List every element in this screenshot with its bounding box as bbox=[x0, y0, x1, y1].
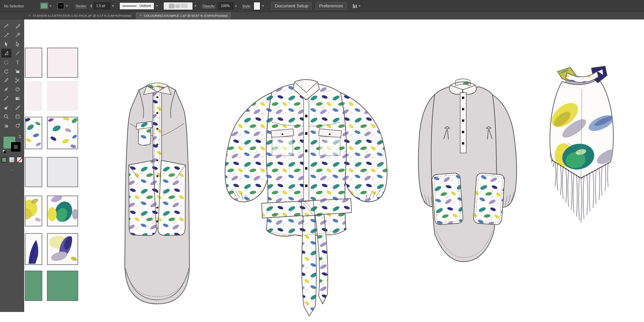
gradient-tool[interactable] bbox=[13, 94, 23, 103]
control-bar: No Selection Stroke: 1.5 pt Uniform bbox=[0, 0, 644, 12]
uniform-profile-icon bbox=[122, 6, 137, 6]
swatch-grey-texture[interactable] bbox=[47, 157, 78, 187]
stroke-panel-link[interactable]: Stroke: bbox=[76, 4, 87, 8]
measure-tool[interactable] bbox=[1, 94, 11, 103]
chevron-down-icon[interactable] bbox=[262, 5, 264, 7]
swap-fill-stroke-icon[interactable] bbox=[18, 135, 22, 139]
gradient-mode-button[interactable] bbox=[9, 157, 15, 163]
blob-brush-tool[interactable] bbox=[1, 103, 11, 112]
selection-status-label: No Selection bbox=[4, 4, 24, 8]
width-profile-dropdown[interactable]: Uniform bbox=[119, 2, 158, 10]
fill-stroke-indicator[interactable] bbox=[2, 135, 22, 154]
swatch-plain-pink[interactable] bbox=[25, 81, 42, 111]
garment-belted-kimono-blouse[interactable] bbox=[221, 72, 391, 318]
width-profile-value: Uniform bbox=[140, 4, 151, 8]
swatch-large-print[interactable] bbox=[47, 233, 78, 265]
none-mode-button[interactable] bbox=[17, 157, 22, 163]
chevron-down-icon[interactable] bbox=[50, 5, 52, 7]
style-swatch[interactable] bbox=[254, 2, 260, 10]
swatch-plain-pink[interactable] bbox=[47, 48, 78, 78]
width-tool[interactable] bbox=[1, 85, 11, 94]
opacity-value[interactable]: 100% bbox=[218, 2, 233, 9]
swatch-large-print[interactable] bbox=[25, 196, 42, 226]
swatch-large-print[interactable] bbox=[47, 196, 78, 226]
chevron-right-icon[interactable] bbox=[235, 5, 237, 7]
hand-tool[interactable] bbox=[1, 121, 11, 130]
svg-text:T: T bbox=[16, 60, 19, 65]
stroke-color-control[interactable] bbox=[58, 3, 68, 9]
stroke-proxy[interactable] bbox=[11, 142, 20, 152]
type-tool[interactable]: T bbox=[13, 58, 23, 67]
artboard-canvas[interactable] bbox=[24, 19, 644, 322]
chevron-down-icon[interactable] bbox=[195, 5, 197, 7]
eyedropper-tool[interactable] bbox=[1, 76, 11, 85]
selection-tool[interactable] bbox=[1, 40, 11, 49]
document-setup-button[interactable]: Document Setup bbox=[271, 2, 312, 10]
brush-preview-icon bbox=[163, 2, 193, 10]
workspace-icon bbox=[353, 4, 357, 8]
document-tab-colouring-example[interactable]: × COLOURING EXAMPLE 1.ai* @ 66.67 % (CMY… bbox=[136, 12, 232, 19]
swatch-feather-print[interactable] bbox=[25, 117, 42, 149]
garment-sleeveless-shirt-dress[interactable] bbox=[118, 76, 196, 310]
swatch-solid-green[interactable] bbox=[25, 271, 42, 301]
tab-bar-spacer bbox=[0, 12, 24, 19]
fill-color-control[interactable] bbox=[40, 3, 52, 9]
rotate-tool[interactable] bbox=[1, 67, 11, 76]
chevron-down-icon[interactable] bbox=[359, 5, 361, 7]
swatch-solid-green[interactable] bbox=[47, 271, 78, 301]
preferences-button[interactable]: Preferences bbox=[315, 2, 347, 10]
tab-title: FASHION ILLUSTRATION CAD PACK.ai* @ 4.17… bbox=[33, 14, 131, 17]
shape-builder-tool[interactable] bbox=[13, 67, 23, 76]
scissors-tool[interactable] bbox=[13, 76, 23, 85]
default-fill-stroke-icon[interactable] bbox=[2, 150, 6, 154]
rectangle-tool[interactable] bbox=[1, 58, 11, 67]
swatch-large-print[interactable] bbox=[25, 233, 42, 265]
tab-title: COLOURING EXAMPLE 1.ai* @ 66.67 % (CMYK/… bbox=[144, 14, 227, 17]
artboard-tool[interactable] bbox=[13, 112, 23, 121]
close-tab-icon[interactable]: × bbox=[29, 14, 31, 17]
color-mode-button[interactable] bbox=[1, 157, 7, 163]
chevron-down-icon[interactable] bbox=[156, 5, 158, 7]
garment-long-sleeve-shirt-dress[interactable] bbox=[413, 73, 528, 271]
swatch-plain-pink[interactable] bbox=[25, 48, 42, 78]
close-tab-icon[interactable]: × bbox=[140, 14, 142, 17]
swatch-plain-pink[interactable] bbox=[47, 81, 78, 111]
chevron-down-icon[interactable] bbox=[66, 5, 68, 7]
brush-definition-dropdown[interactable] bbox=[163, 2, 197, 10]
line-segment-tool[interactable] bbox=[13, 49, 23, 58]
direct-selection-tool[interactable] bbox=[13, 40, 23, 49]
tool-palette: T … bbox=[0, 19, 24, 312]
rotate-view-tool[interactable] bbox=[13, 121, 23, 130]
stroke-color-swatch[interactable] bbox=[58, 3, 64, 9]
garment-fringed-halter-top[interactable] bbox=[547, 65, 615, 224]
toolbar-overflow-button[interactable]: … bbox=[10, 167, 14, 171]
illustrator-window: No Selection Stroke: 1.5 pt Uniform bbox=[0, 0, 644, 322]
chevron-down-icon[interactable] bbox=[112, 5, 114, 7]
opacity-panel-link[interactable]: Opacity: bbox=[203, 4, 216, 8]
shaper-tool[interactable] bbox=[1, 21, 11, 31]
document-tab-fashion-cad-pack[interactable]: × FASHION ILLUSTRATION CAD PACK.ai* @ 4.… bbox=[24, 12, 136, 19]
workspace-switcher[interactable] bbox=[353, 4, 361, 8]
pencil-tool[interactable] bbox=[13, 21, 23, 31]
stroke-weight-value[interactable]: 1.5 pt bbox=[94, 2, 110, 9]
document-tab-bar: × FASHION ILLUSTRATION CAD PACK.ai* @ 4.… bbox=[0, 12, 644, 19]
path-eraser-tool[interactable] bbox=[13, 31, 23, 40]
swatch-grey-texture[interactable] bbox=[25, 157, 42, 187]
smooth-tool[interactable] bbox=[1, 31, 11, 40]
twirl-tool[interactable] bbox=[13, 85, 23, 94]
swatch-feather-print[interactable] bbox=[47, 117, 78, 149]
lasso-tool[interactable] bbox=[1, 49, 11, 58]
paintbrush-tool[interactable] bbox=[13, 103, 23, 112]
style-panel-link[interactable]: Style: bbox=[242, 4, 251, 8]
fill-color-swatch[interactable] bbox=[40, 3, 48, 9]
zoom-tool[interactable] bbox=[1, 112, 11, 121]
stroke-weight-stepper[interactable] bbox=[90, 4, 92, 8]
